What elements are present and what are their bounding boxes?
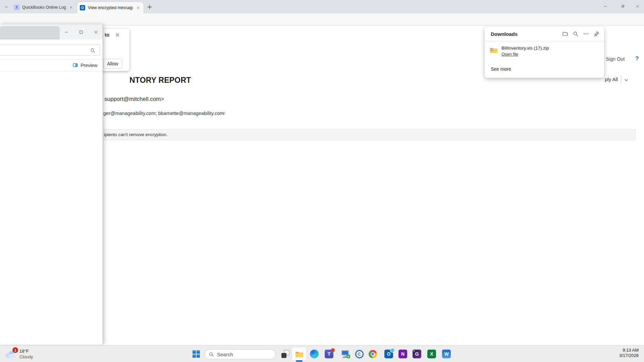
taskbar-search[interactable]: Search <box>205 349 276 359</box>
clock-date: 3/17/2026 <box>619 353 639 358</box>
taskbar: 1 18°F Cloudy Search <box>0 345 644 362</box>
preview-label: Preview <box>80 63 97 68</box>
g-sparkle-icon: G ✦ <box>413 350 421 358</box>
pin-downloads-icon[interactable] <box>593 31 599 37</box>
downloads-panel: Downloads <box>485 27 604 78</box>
see-more-link[interactable]: See more <box>491 66 511 72</box>
mail-badge-icon <box>390 348 395 353</box>
explorer-close-icon[interactable] <box>90 27 102 37</box>
downloads-title: Downloads <box>491 31 562 37</box>
encryption-banner: ipients can't remove encryption. <box>91 129 636 140</box>
edge-icon <box>310 350 319 358</box>
browser-minimize-icon[interactable] <box>599 1 612 11</box>
word-icon: W <box>442 350 451 358</box>
taskbar-clock[interactable]: 9:13 AM 3/17/2026 <box>619 348 639 358</box>
downloads-more-icon[interactable] <box>583 31 589 37</box>
reply-divider <box>621 75 621 84</box>
c-circle-icon: C <box>355 350 364 358</box>
new-tab-icon[interactable] <box>146 4 153 10</box>
preview-icon <box>72 62 78 68</box>
download-file-name: BillInventory.xls (17).zip <box>501 46 549 51</box>
file-explorer-icon <box>295 350 304 359</box>
task-view-icon <box>281 350 289 358</box>
taskbar-c-app[interactable]: C <box>353 348 366 360</box>
taskbar-edge[interactable] <box>308 348 321 360</box>
open-file-link[interactable]: Open file <box>501 52 518 57</box>
taskbar-chrome[interactable] <box>366 348 379 360</box>
task-view-button[interactable] <box>279 348 292 360</box>
taskbar-onenote[interactable]: N <box>396 348 409 360</box>
browser-close-icon[interactable] <box>631 1 644 11</box>
reply-options-chevron-icon[interactable] <box>624 77 629 83</box>
taskbar-outlook[interactable]: O <box>382 348 395 360</box>
help-link[interactable]: ? <box>635 55 639 62</box>
outlook-favicon-icon: O <box>80 5 85 10</box>
taskbar-word[interactable]: W <box>440 348 453 360</box>
start-button[interactable] <box>190 348 203 360</box>
recipients-fragment: ger@manageability.com; bbarnette@managea… <box>103 111 224 116</box>
browser-tab-strip: I QuickBooks Online Login: Sign in t O V… <box>0 0 644 13</box>
encryption-banner-text: ipients can't remove encryption. <box>104 132 167 137</box>
taskbar-desktop-app[interactable]: x <box>339 348 352 360</box>
browser-restore-icon[interactable] <box>616 1 629 11</box>
explorer-address-row <box>0 40 103 59</box>
tab-title: View encrypted message <box>88 5 133 10</box>
taskbar-file-explorer[interactable] <box>292 347 307 361</box>
file-explorer-window: Preview <box>0 24 103 345</box>
active-indicator <box>296 360 303 362</box>
computer-monitor-icon: x <box>341 350 350 358</box>
open-downloads-folder-icon[interactable] <box>562 31 568 37</box>
chrome-icon <box>369 350 377 358</box>
quickbooks-favicon-icon: I <box>14 5 19 10</box>
tab-search-chevron-icon[interactable] <box>3 3 10 11</box>
allow-button-label: Allow <box>107 61 118 66</box>
downloads-header: Downloads <box>485 27 604 41</box>
taskbar-excel[interactable]: X <box>425 348 438 360</box>
preview-toggle-button[interactable]: Preview <box>72 62 97 68</box>
explorer-minimize-icon[interactable] <box>60 27 72 37</box>
reply-all-button[interactable]: ply All <box>605 76 618 82</box>
expand-recipients-icon[interactable] <box>221 111 227 116</box>
taskbar-g-app[interactable]: G ✦ <box>411 348 423 360</box>
tab-close-icon[interactable] <box>68 5 74 10</box>
clock-time: 9:13 AM <box>619 348 639 353</box>
tab-close-icon[interactable] <box>136 5 141 10</box>
screen: I QuickBooks Online Login: Sign in t O V… <box>0 0 644 362</box>
downloads-divider <box>485 41 604 41</box>
explorer-tab-bar <box>0 24 103 40</box>
explorer-command-bar: Preview <box>0 59 103 71</box>
tab-quickbooks[interactable]: I QuickBooks Online Login: Sign in t <box>11 2 76 12</box>
outlook-icon: O <box>384 350 393 358</box>
onenote-icon: N <box>398 350 407 358</box>
weather-widget[interactable]: 1 18°F Cloudy <box>4 347 33 361</box>
download-item[interactable]: BillInventory.xls (17).zip Open file <box>485 44 604 60</box>
weather-condition: Cloudy <box>19 354 33 359</box>
search-icon <box>209 352 214 357</box>
zip-folder-icon <box>489 46 498 54</box>
message-subject-fragment: NTORY REPORT <box>129 76 191 85</box>
explorer-maximize-icon[interactable] <box>75 27 87 37</box>
excel-icon: X <box>427 350 436 358</box>
teams-notification-dot <box>331 348 335 352</box>
explorer-search-box[interactable] <box>0 45 100 56</box>
weather-alert-badge: 1 <box>12 347 18 353</box>
dialog-close-icon[interactable] <box>115 32 121 39</box>
explorer-tab[interactable] <box>0 26 60 40</box>
start-icon <box>193 350 200 358</box>
permission-text-fragment: to <box>105 32 109 38</box>
search-icon[interactable] <box>90 48 96 53</box>
weather-temp: 18°F <box>19 349 33 354</box>
browser-toolbar: https://outlook.office365.com/encryption… <box>0 13 644 25</box>
sign-out-link[interactable]: Sign Out <box>606 56 625 62</box>
tab-view-encrypted-message[interactable]: O View encrypted message <box>77 2 144 13</box>
sender-address-fragment: support@mitchell.com> <box>104 96 164 103</box>
teams-icon: T <box>325 350 333 358</box>
taskbar-teams[interactable]: T <box>323 348 335 360</box>
search-downloads-icon[interactable] <box>573 31 579 37</box>
allow-button[interactable]: Allow <box>103 59 122 69</box>
tab-title: QuickBooks Online Login: Sign in t <box>22 5 66 10</box>
taskbar-search-label: Search <box>217 352 233 357</box>
